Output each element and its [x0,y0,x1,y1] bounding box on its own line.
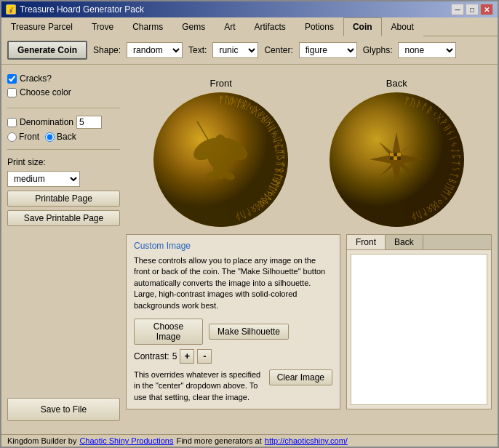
denomination-input[interactable] [76,116,102,129]
contrast-plus-button[interactable]: + [180,349,194,364]
main-window: 💰 Treasure Hoard Generator Pack ─ □ ✕ Tr… [0,0,499,448]
front-radio-option: Front [7,132,39,142]
back-radio[interactable] [45,132,55,142]
title-bar: 💰 Treasure Hoard Generator Pack ─ □ ✕ [1,1,498,17]
tab-gems[interactable]: Gems [172,17,215,36]
tab-treasure-parcel[interactable]: Treasure Parcel [1,17,82,36]
back-radio-option: Back [45,132,76,142]
back-radio-label: Back [57,132,76,142]
minimize-button[interactable]: ─ [451,4,464,15]
color-label: Choose color [20,87,71,97]
back-coin-image: ᚠᚢᚦᚨᚱᚲᚷᚹᚺᚾᛁᛃᛇᛈᛉᛊᛏᛒᛖᛗᛚᛜᛞᛟᚠᚢᚦ [330,92,464,227]
preview-tab-front[interactable]: Front [347,235,386,249]
print-size-select[interactable]: small medium large [7,171,80,187]
coin-images: Front [126,71,492,234]
tab-potions[interactable]: Potions [295,17,343,36]
maximize-button[interactable]: □ [466,4,479,15]
back-coin-container: Back [330,78,464,227]
choose-image-button[interactable]: Choose Image [134,319,203,345]
printable-page-button[interactable]: Printable Page [7,191,120,207]
front-coin-label: Front [210,78,232,89]
bottom-section: Custom Image These controls allow you to… [126,234,492,413]
make-silhouette-button[interactable]: Make Silhouette [209,324,289,340]
url-link[interactable]: http://chaoticshiny.com/ [265,436,348,445]
glyphs-label: Glyphs: [363,45,393,55]
front-coin-container: Front [153,78,288,227]
kingdom-builder-text: Kingdom Builder by [7,436,76,445]
contrast-row: Contrast: 5 + - [134,349,332,364]
window-icon: 💰 [6,4,16,15]
tab-artifacts[interactable]: Artifacts [245,17,295,36]
tab-coin[interactable]: Coin [343,17,382,36]
toolbar: Generate Coin Shape: random circle squar… [1,36,498,65]
preview-panel: Front Back [346,234,492,409]
title-bar-left: 💰 Treasure Hoard Generator Pack [6,4,144,15]
coins-area: Front [126,71,492,428]
window-title: Treasure Hoard Generator Pack [20,4,144,15]
svg-rect-27 [397,156,401,160]
center-select[interactable]: figure symbol none [299,42,357,58]
center-label: Center: [264,45,292,55]
preview-tabs: Front Back [347,235,491,250]
tab-about[interactable]: About [382,17,423,36]
svg-point-4 [215,135,226,149]
denomination-label: Denomination [20,117,73,127]
cracks-label: Cracks? [20,73,52,84]
left-panel: Cracks? Choose color Denomination Fr [7,71,120,428]
custom-image-description: These controls allow you to place any im… [134,255,332,311]
contrast-minus-button[interactable]: - [197,349,212,364]
shape-label: Shape: [93,45,121,55]
find-more-text: Find more generators at [176,436,261,445]
svg-rect-25 [394,153,397,156]
custom-image-controls: Choose Image Make Silhouette Contrast: 5… [134,319,332,364]
denomination-checkbox[interactable] [7,118,17,127]
override-text: This overrides whatever is specified in … [134,369,262,403]
glyphs-select[interactable]: none some many [398,42,456,58]
front-radio-label: Front [19,132,39,142]
preview-canvas [351,254,487,405]
svg-rect-23 [394,156,397,160]
generate-coin-button[interactable]: Generate Coin [7,41,87,60]
cracks-checkbox[interactable] [7,74,17,84]
color-checkbox[interactable] [7,88,17,97]
custom-image-panel: Custom Image These controls allow you to… [126,234,340,409]
text-select[interactable]: runic latin arabic none [212,42,258,58]
contrast-value: 5 [172,351,177,361]
tab-art[interactable]: Art [215,17,244,36]
print-size-label: Print size: [7,157,120,167]
back-coin-label: Back [386,78,407,89]
preview-tab-back[interactable]: Back [386,235,423,249]
cracks-row: Cracks? [7,73,120,84]
shape-select[interactable]: random circle square hexagon [127,42,183,58]
company-name: Chaotic Shiny Productions [79,436,173,445]
choose-color-row: Choose color [7,87,120,97]
tab-charms[interactable]: Charms [123,17,172,36]
title-bar-buttons: ─ □ ✕ [451,4,493,15]
save-to-file-button[interactable]: Save to File [7,398,120,421]
text-label: Text: [188,45,207,55]
tab-trove[interactable]: Trove [82,17,123,36]
svg-rect-26 [390,156,394,160]
save-printable-button[interactable]: Save Printable Page [7,210,120,226]
status-bar: Kingdom Builder by Chaotic Shiny Product… [1,434,498,447]
main-content: Cracks? Choose color Denomination Fr [1,65,498,434]
front-radio[interactable] [7,132,17,142]
tab-bar: Treasure Parcel Trove Charms Gems Art Ar… [1,17,498,36]
svg-rect-22 [390,153,394,156]
custom-image-title: Custom Image [134,241,332,251]
svg-rect-24 [397,153,401,156]
clear-image-button[interactable]: Clear Image [269,369,332,385]
choose-silhouette-row: Choose Image Make Silhouette [134,319,332,345]
front-coin-image: ᚠᚢᚦᚨᚱᚲᚷᚹᚺᚾᛁᛃᛇᛈᛉᛊᛏᛒᛖᛗᛚᛜᛞᛟ ᚠᚢᚦᚨᚱᚲᚷᚹᚺᚾᛁᛃᛇᛈᛉ… [153,92,288,227]
close-button[interactable]: ✕ [480,4,493,15]
denomination-row: Denomination [7,116,120,129]
front-back-radio: Front Back [7,132,120,142]
contrast-label: Contrast: [134,351,169,361]
